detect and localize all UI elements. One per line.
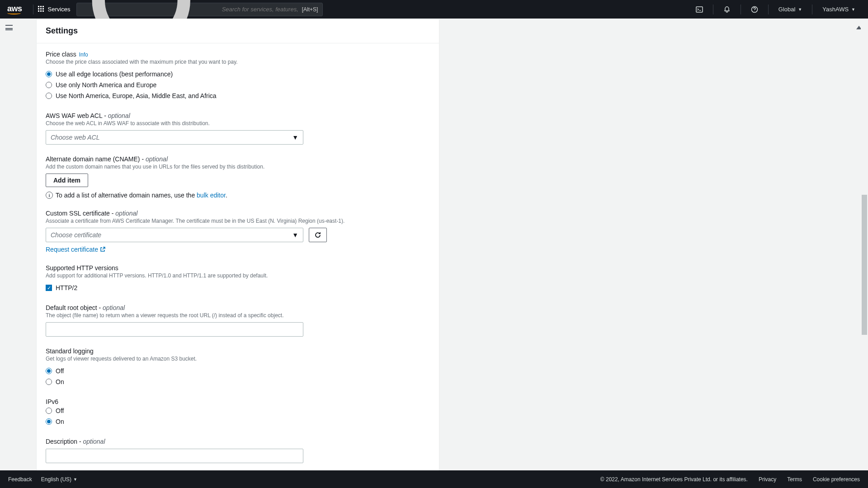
terms-link[interactable]: Terms <box>787 476 802 483</box>
services-label: Services <box>48 6 71 13</box>
field-logging: Standard logging Get logs of viewer requ… <box>46 347 430 387</box>
check-http2[interactable]: ✓HTTP/2 <box>46 282 430 293</box>
panel-body: Price classInfo Choose the price class a… <box>37 43 439 470</box>
radio-icon <box>46 93 52 99</box>
search-box[interactable]: [Alt+S] <box>76 3 323 16</box>
ssl-label: Custom SSL certificate - optional <box>46 210 430 217</box>
http-options: ✓HTTP/2 <box>46 282 430 293</box>
region-selector[interactable]: Global▼ <box>773 0 808 19</box>
main-content: Settings Price classInfo Choose the pric… <box>18 19 850 470</box>
sidebar-toggle[interactable] <box>0 19 18 37</box>
price-class-desc: Choose the price class associated with t… <box>46 59 430 65</box>
ipv6-label: IPv6 <box>46 398 430 405</box>
divider <box>768 5 769 14</box>
field-root: Default root object - optional The objec… <box>46 304 430 337</box>
price-class-label: Price classInfo <box>46 51 430 58</box>
caret-down-icon: ▼ <box>851 7 855 12</box>
radio-icon <box>46 379 52 385</box>
radio-icon <box>46 408 52 414</box>
ssl-row: Choose certificate▼ <box>46 228 430 242</box>
svg-rect-2 <box>696 7 703 12</box>
ssl-desc: Associate a certificate from AWS Certifi… <box>46 218 430 224</box>
feedback-link[interactable]: Feedback <box>8 476 32 483</box>
footer-left: Feedback English (US) ▼ <box>8 476 77 483</box>
search-input[interactable] <box>222 6 298 13</box>
root-label: Default root object - optional <box>46 304 430 311</box>
panel-header: Settings <box>37 19 439 43</box>
radio-logging-off[interactable]: Off <box>46 366 430 376</box>
cloudshell-button[interactable] <box>690 0 708 19</box>
root-input[interactable] <box>46 322 303 337</box>
ssl-select[interactable]: Choose certificate▼ <box>46 228 303 242</box>
description-label: Description - optional <box>46 438 430 445</box>
field-waf: AWS WAF web ACL - optional Choose the we… <box>46 112 430 145</box>
radio-icon <box>46 368 52 374</box>
privacy-link[interactable]: Privacy <box>759 476 776 483</box>
refresh-icon <box>314 231 321 239</box>
divider <box>812 5 812 14</box>
copyright-text: © 2022, Amazon Internet Services Private… <box>600 476 748 483</box>
settings-panel: Settings Price classInfo Choose the pric… <box>36 19 439 470</box>
radio-icon <box>46 71 52 77</box>
price-class-options: Use all edge locations (best performance… <box>46 69 430 101</box>
notifications-button[interactable] <box>718 0 736 19</box>
search-shortcut: [Alt+S] <box>302 6 318 13</box>
caret-down-icon: ▼ <box>798 7 802 12</box>
info-icon: i <box>46 192 53 199</box>
cname-label: Alternate domain name (CNAME) - optional <box>46 155 430 163</box>
logging-options: Off On <box>46 366 430 387</box>
divider <box>33 5 33 14</box>
aws-logo[interactable]: aws <box>7 4 22 14</box>
ipv6-options: Off On <box>46 405 430 427</box>
header-right: Global▼ YashAWS▼ <box>690 0 861 19</box>
radio-icon <box>46 418 52 425</box>
caret-down-icon: ▼ <box>292 231 298 239</box>
root-desc: The object (file name) to return when a … <box>46 312 430 319</box>
check-icon: ✓ <box>46 285 52 291</box>
add-item-button[interactable]: Add item <box>46 174 88 187</box>
field-price-class: Price classInfo Choose the price class a… <box>46 51 430 101</box>
bulk-editor-link[interactable]: bulk editor <box>197 192 226 199</box>
services-menu[interactable]: Services <box>38 6 71 13</box>
page-title: Settings <box>46 26 430 36</box>
divider <box>713 5 713 14</box>
radio-price-na-eu-asia[interactable]: Use North America, Europe, Asia, Middle … <box>46 90 430 101</box>
radio-ipv6-on[interactable]: On <box>46 416 430 427</box>
field-ipv6: IPv6 Off On <box>46 398 430 427</box>
field-http: Supported HTTP versions Add support for … <box>46 264 430 293</box>
hamburger-icon <box>5 25 13 30</box>
scrollbar-thumb[interactable] <box>862 195 867 335</box>
cname-hint: i To add a list of alternative domain na… <box>46 192 430 199</box>
logging-label: Standard logging <box>46 347 430 355</box>
radio-price-all[interactable]: Use all edge locations (best performance… <box>46 69 430 80</box>
field-cname: Alternate domain name (CNAME) - optional… <box>46 155 430 199</box>
radio-icon <box>46 82 52 88</box>
field-description: Description - optional <box>46 438 430 463</box>
footer-right: © 2022, Amazon Internet Services Private… <box>600 476 860 483</box>
field-ssl: Custom SSL certificate - optional Associ… <box>46 210 430 253</box>
request-certificate-link[interactable]: Request certificate <box>46 246 105 253</box>
scrollbar-track[interactable] <box>861 19 868 470</box>
cookies-link[interactable]: Cookie preferences <box>813 476 860 483</box>
cname-desc: Add the custom domain names that you use… <box>46 164 430 170</box>
waf-select[interactable]: Choose web ACL▼ <box>46 130 303 145</box>
radio-logging-on[interactable]: On <box>46 376 430 387</box>
caret-down-icon: ▼ <box>73 477 77 482</box>
top-nav: aws Services [Alt+S] Global▼ YashAWS▼ <box>0 0 868 19</box>
help-button[interactable] <box>745 0 764 19</box>
caret-down-icon: ▼ <box>292 134 298 141</box>
waf-desc: Choose the web ACL in AWS WAF to associa… <box>46 120 430 127</box>
language-selector[interactable]: English (US) ▼ <box>41 476 77 483</box>
description-input[interactable] <box>46 449 303 463</box>
waf-label: AWS WAF web ACL - optional <box>46 112 430 119</box>
account-menu[interactable]: YashAWS▼ <box>817 0 861 19</box>
radio-ipv6-off[interactable]: Off <box>46 405 430 416</box>
footer: Feedback English (US) ▼ © 2022, Amazon I… <box>0 470 868 488</box>
external-link-icon <box>100 247 105 252</box>
info-link[interactable]: Info <box>79 52 88 58</box>
divider <box>741 5 741 14</box>
http-desc: Add support for additional HTTP versions… <box>46 272 430 279</box>
grid-icon <box>38 6 45 13</box>
radio-price-na-eu[interactable]: Use only North America and Europe <box>46 80 430 90</box>
refresh-button[interactable] <box>309 228 327 242</box>
